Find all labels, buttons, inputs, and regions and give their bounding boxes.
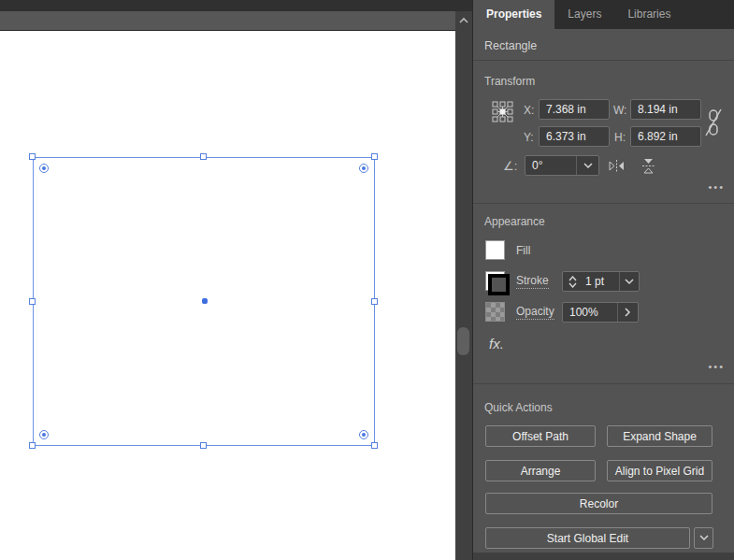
opacity-label[interactable]: Opacity (516, 305, 554, 320)
fill-color-swatch[interactable] (485, 240, 505, 260)
flip-horizontal-icon[interactable] (604, 155, 628, 176)
corner-radius-widget-bottom-right[interactable] (359, 430, 368, 439)
stroke-weight-control: 1 pt (562, 271, 640, 292)
properties-panel: Properties Layers Libraries Rectangle Tr… (472, 0, 734, 560)
arrange-button[interactable]: Arrange (485, 460, 596, 481)
panel-bottom-strip (473, 553, 734, 560)
selected-object-type-label: Rectangle (484, 39, 537, 52)
scroll-up-arrow-icon[interactable] (457, 15, 470, 26)
selection-handle-top-left[interactable] (29, 153, 36, 160)
vertical-scrollbar-thumb[interactable] (457, 327, 469, 355)
vertical-scrollbar-track[interactable] (455, 11, 472, 560)
recolor-button[interactable]: Recolor (485, 493, 712, 514)
reference-point-locator-icon[interactable] (492, 101, 513, 125)
y-input[interactable] (539, 126, 610, 147)
appearance-more-options-icon[interactable]: ••• (708, 361, 725, 372)
y-field-label: Y: (524, 131, 534, 144)
corner-radius-widget-top-left[interactable] (39, 164, 49, 173)
x-input[interactable] (539, 99, 610, 120)
rotate-angle-icon: ∠: (503, 159, 517, 173)
x-field-label: X: (524, 104, 534, 117)
rotation-value: 0° (525, 159, 576, 172)
width-input[interactable] (630, 99, 701, 120)
stroke-label[interactable]: Stroke (516, 274, 549, 289)
flip-vertical-icon[interactable] (636, 155, 660, 176)
opacity-swatch-icon[interactable] (485, 302, 505, 322)
start-global-edit-dropdown-icon[interactable] (694, 527, 713, 549)
chevron-down-icon[interactable] (619, 272, 639, 291)
transform-more-options-icon[interactable]: ••• (708, 181, 725, 193)
selection-handle-bottom-right[interactable] (371, 442, 378, 449)
rotation-dropdown[interactable]: 0° (525, 155, 599, 176)
selection-handle-top-right[interactable] (371, 153, 378, 160)
selection-handle-middle-left[interactable] (29, 298, 36, 305)
effects-fx-icon[interactable]: fx. (489, 336, 504, 352)
corner-radius-widget-bottom-left[interactable] (39, 430, 49, 439)
section-divider (473, 203, 734, 204)
tab-layers[interactable]: Layers (554, 0, 614, 29)
section-divider (473, 383, 734, 384)
panel-tab-bar: Properties Layers Libraries (473, 0, 734, 29)
height-field-label: H: (614, 131, 626, 144)
quick-actions-section-title: Quick Actions (484, 401, 553, 414)
selection-handle-bottom-middle[interactable] (200, 442, 207, 449)
fill-label: Fill (516, 244, 530, 257)
stroke-weight-value[interactable]: 1 pt (582, 272, 619, 291)
selection-handle-top-middle[interactable] (200, 153, 207, 160)
stroke-color-swatch[interactable] (485, 271, 505, 291)
appearance-section-title: Appearance (484, 215, 545, 228)
selection-handle-middle-right[interactable] (371, 298, 378, 305)
align-to-pixel-grid-button[interactable]: Align to Pixel Grid (607, 460, 712, 481)
selection-center-point[interactable] (202, 298, 208, 304)
illustrator-window: Properties Layers Libraries Rectangle Tr… (0, 0, 734, 560)
width-field-label: W: (613, 104, 626, 117)
document-header-bar (0, 11, 455, 31)
expand-shape-button[interactable]: Expand Shape (607, 425, 712, 447)
tab-libraries[interactable]: Libraries (614, 0, 684, 29)
start-global-edit-button[interactable]: Start Global Edit (485, 527, 690, 549)
stroke-weight-stepper[interactable] (563, 272, 582, 291)
opacity-control: 100% (562, 302, 639, 323)
chevron-down-icon[interactable] (576, 156, 598, 175)
section-divider (473, 60, 734, 61)
chevron-right-icon[interactable] (617, 303, 638, 322)
corner-radius-widget-top-right[interactable] (359, 164, 368, 173)
link-width-height-icon[interactable] (704, 107, 723, 141)
opacity-value[interactable]: 100% (563, 303, 617, 322)
tab-properties[interactable]: Properties (473, 0, 554, 29)
selection-handle-bottom-left[interactable] (29, 442, 36, 449)
transform-section-title: Transform (484, 75, 535, 88)
document-top-bar (0, 0, 472, 11)
offset-path-button[interactable]: Offset Path (485, 425, 596, 447)
height-input[interactable] (630, 126, 701, 147)
